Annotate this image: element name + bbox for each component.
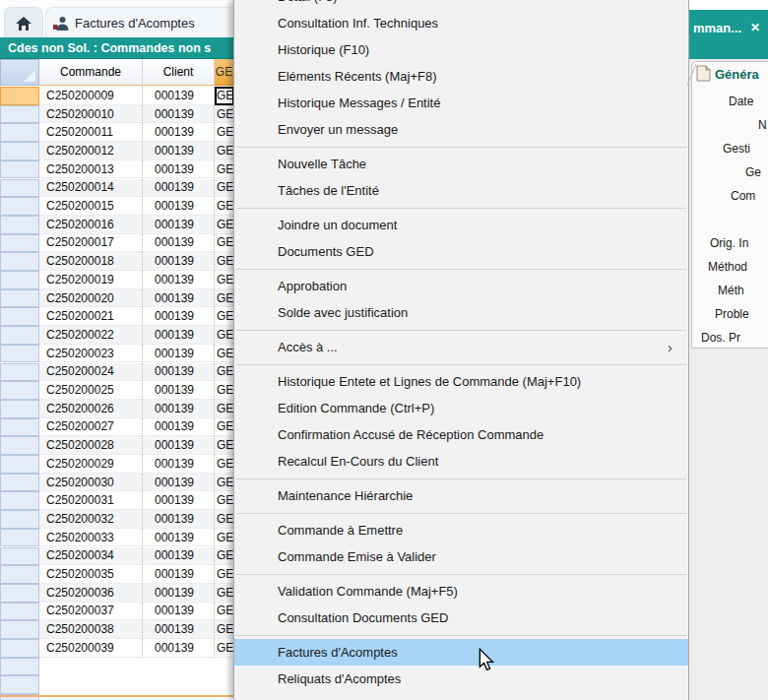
cell-commande[interactable]: C250200030 (39, 474, 143, 492)
cell-client[interactable]: 000139 (143, 179, 215, 198)
cell-client[interactable]: 000139 (143, 474, 215, 492)
cell-partial[interactable]: GE (215, 603, 234, 621)
context-menu-item[interactable]: Tâches de l'Entité (234, 177, 688, 204)
context-menu-item[interactable]: Historique (F10) (234, 36, 688, 63)
cell-partial[interactable]: GE (215, 160, 234, 179)
cell-commande[interactable]: C250200014 (39, 179, 143, 198)
row-selector[interactable] (0, 400, 39, 418)
row-selector[interactable] (0, 87, 39, 105)
cell-partial[interactable]: GE (215, 436, 234, 455)
cell-client[interactable]: 000139 (143, 620, 215, 639)
cell-commande[interactable]: C250200021 (39, 307, 143, 326)
cell-commande[interactable]: C250200035 (39, 565, 143, 584)
cell-partial[interactable]: GE (215, 474, 234, 492)
table-row[interactable]: C250200035000139GE (0, 565, 234, 584)
context-menu-item[interactable]: Historique Messages / Entité (234, 90, 688, 116)
table-row[interactable]: C250200013000139GE (0, 160, 234, 179)
cell-client[interactable]: 000139 (143, 345, 215, 363)
cell-partial[interactable]: GE (215, 491, 234, 510)
cell-partial[interactable]: GE (215, 620, 234, 639)
cell-partial[interactable]: GE (215, 418, 234, 437)
row-selector[interactable] (0, 381, 39, 400)
table-row[interactable]: C250200036000139GE (0, 584, 234, 603)
cell-client[interactable]: 000139 (143, 565, 215, 584)
table-row[interactable]: C250200011000139GE (0, 123, 234, 142)
cell-commande[interactable]: C250200019 (39, 271, 143, 289)
right-panel-tab-commande[interactable]: mman... ✕ (689, 10, 768, 59)
cell-commande[interactable]: C250200027 (39, 418, 143, 437)
cell-partial[interactable]: GE (215, 363, 234, 382)
cell-client[interactable]: 000139 (143, 142, 215, 160)
cell-client[interactable]: 000139 (143, 87, 215, 105)
table-row[interactable]: C250200021000139GE (0, 307, 234, 326)
row-selector[interactable] (0, 179, 39, 198)
table-row[interactable]: C250200010000139GE (0, 105, 234, 124)
table-row[interactable]: C250200030000139GE (0, 474, 234, 492)
row-selector[interactable] (0, 363, 39, 382)
cell-client[interactable]: 000139 (143, 381, 215, 400)
cell-client[interactable]: 000139 (143, 123, 215, 142)
cell-partial[interactable]: GE (215, 529, 234, 547)
context-menu-item[interactable]: Solde avec justification (234, 299, 688, 326)
context-menu-item[interactable]: Reliquats d'Acomptes (234, 666, 688, 692)
row-selector[interactable] (0, 271, 39, 289)
context-menu-item[interactable]: Joindre un document (234, 212, 688, 238)
cell-commande[interactable]: C250200037 (39, 603, 143, 621)
cell-client[interactable]: 000139 (143, 363, 215, 382)
cell-client[interactable]: 000139 (143, 289, 215, 308)
cell-commande[interactable]: C250200038 (39, 620, 143, 639)
row-selector[interactable] (0, 436, 39, 455)
table-row[interactable]: C250200022000139GE (0, 326, 234, 345)
row-selector[interactable] (0, 620, 39, 639)
row-selector[interactable] (0, 584, 39, 603)
cell-partial[interactable]: GE (215, 289, 234, 308)
row-selector[interactable] (0, 197, 39, 216)
table-row[interactable]: C250200026000139GE (0, 400, 234, 418)
table-row[interactable]: C250200025000139GE (0, 381, 234, 400)
context-menu-item[interactable]: Factures d'Acomptes (234, 639, 688, 666)
table-row[interactable]: C250200023000139GE (0, 345, 234, 363)
context-menu-item[interactable]: Historique Entete et Lignes de Commande … (234, 368, 688, 395)
table-row[interactable]: C250200012000139GE (0, 142, 234, 160)
table-row[interactable]: C250200027000139GE (0, 418, 234, 437)
row-selector[interactable] (0, 418, 39, 437)
context-menu-item[interactable]: Approbation (234, 273, 688, 299)
context-menu-item[interactable]: Nouvelle Tâche (234, 151, 688, 177)
cell-commande[interactable]: C250200026 (39, 400, 143, 418)
context-menu-item[interactable]: Commande Emise à Valider (234, 543, 688, 570)
cell-client[interactable]: 000139 (143, 436, 215, 455)
row-selector[interactable] (0, 547, 39, 566)
cell-partial[interactable]: GE (215, 400, 234, 418)
table-row[interactable]: C250200018000139GE (0, 252, 234, 271)
cell-commande[interactable]: C250200017 (39, 234, 143, 253)
column-header-partial[interactable]: GE (215, 59, 234, 86)
cell-partial[interactable]: GE (215, 234, 234, 253)
row-selector[interactable] (0, 326, 39, 345)
cell-client[interactable]: 000139 (143, 160, 215, 179)
row-selector[interactable] (0, 510, 39, 529)
cell-commande[interactable]: C250200039 (39, 639, 143, 658)
cell-commande[interactable]: C250200036 (39, 584, 143, 603)
context-menu-item[interactable]: Documents GED (234, 238, 688, 265)
cell-client[interactable]: 000139 (143, 584, 215, 603)
row-selector[interactable] (0, 123, 39, 142)
cell-partial[interactable]: GE (215, 455, 234, 474)
cell-client[interactable]: 000139 (143, 271, 215, 289)
table-row[interactable]: C250200032000139GE (0, 510, 234, 529)
cell-partial[interactable]: GE (215, 123, 234, 142)
cell-partial[interactable]: GE (215, 510, 234, 529)
home-tab[interactable] (4, 7, 43, 38)
cell-commande[interactable]: C250200015 (39, 197, 143, 216)
row-selector[interactable] (0, 455, 39, 474)
table-row[interactable]: C250200014000139GE (0, 179, 234, 198)
row-selector[interactable] (0, 216, 39, 234)
context-menu-item[interactable]: Commande à Emettre (234, 517, 688, 543)
cell-partial[interactable]: GE (215, 142, 234, 160)
cell-commande[interactable]: C250200025 (39, 381, 143, 400)
context-menu-item[interactable]: Consultation Inf. Techniques (234, 10, 688, 36)
table-row[interactable]: C250200016000139GE (0, 216, 234, 234)
table-row[interactable]: C250200017000139GE (0, 234, 234, 253)
context-menu-item[interactable]: Maintenance Hiérarchie (234, 482, 688, 509)
row-selector[interactable] (0, 289, 39, 308)
cell-commande[interactable]: C250200009 (39, 87, 143, 105)
